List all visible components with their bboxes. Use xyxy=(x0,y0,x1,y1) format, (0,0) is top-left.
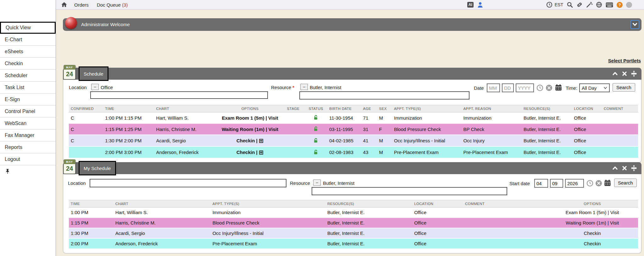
option-checkin[interactable]: Checkin xyxy=(236,150,255,155)
search-icon[interactable] xyxy=(567,2,573,8)
collapse-icon[interactable] xyxy=(612,71,618,77)
schedule-row[interactable]: C1:15 PM 1:25 PMHarris, Christine M.Wait… xyxy=(69,123,638,135)
option-exam-room-1-5m[interactable]: Exam Room 1 (5m) xyxy=(222,115,264,121)
date-month-input[interactable] xyxy=(487,83,500,92)
calendar-picker-icon[interactable] xyxy=(604,179,611,186)
time-label: Time: xyxy=(566,85,577,91)
schedule-portlet-header[interactable]: MAY 24 Schedule xyxy=(63,68,641,80)
resource-input[interactable] xyxy=(312,187,507,195)
date-day-input[interactable] xyxy=(502,83,514,92)
sidebar-item-scheduler[interactable]: Scheduler xyxy=(0,70,56,82)
my-schedule-portlet: MAY 24 My Schedule Location Resource − B… xyxy=(63,162,641,253)
resource-remove-button[interactable]: − xyxy=(313,179,321,186)
my-schedule-row[interactable]: 1:15 PMHarris, Christine M.Blood Pressur… xyxy=(69,218,638,228)
location-label: Location xyxy=(69,85,87,90)
help-icon[interactable]: ? xyxy=(617,2,623,8)
my-schedule-table-header-row: TIMECHARTAPPT. TYPE(S)RESOURCE(S)LOCATIO… xyxy=(69,200,638,208)
start-date-year-input[interactable] xyxy=(565,179,584,188)
start-date-month-input[interactable] xyxy=(534,179,548,188)
sidebar-item-reports[interactable]: Reports xyxy=(0,141,56,153)
option-checkin[interactable]: Checkin xyxy=(584,241,601,246)
time-select[interactable]: All Day xyxy=(579,83,610,92)
location-input[interactable] xyxy=(90,179,286,187)
my-schedule-row[interactable]: 1:30 PMAcardi, SergioOcc Injury/Illness … xyxy=(69,228,638,238)
sidebar-item-logout[interactable]: Logout xyxy=(0,153,56,165)
sidebar-item-e-sign[interactable]: E-Sign xyxy=(0,94,56,105)
date-year-input[interactable] xyxy=(516,83,534,92)
sidebar-item-e-chart[interactable]: E-Chart xyxy=(0,34,56,46)
sidebar-item-fax-manager[interactable]: Fax Manager xyxy=(0,129,56,141)
home-icon[interactable] xyxy=(61,2,67,8)
expand-plus-icon[interactable]: ⊞ xyxy=(259,149,264,156)
cell-stage xyxy=(282,146,304,158)
column-header-chart: CHART xyxy=(154,105,218,112)
start-date-day-input[interactable] xyxy=(550,179,563,188)
option-checkin[interactable]: Checkin xyxy=(236,138,255,143)
option-exam-room-1-5m-visit[interactable]: Exam Room 1 (5m) | Visit xyxy=(565,210,619,215)
cell-comment xyxy=(602,112,638,124)
cell-age: 71 xyxy=(361,112,377,124)
unlocked-lock-icon[interactable] xyxy=(313,115,319,120)
time-picker-clock-icon[interactable] xyxy=(536,84,543,91)
option-visit[interactable]: Visit xyxy=(268,115,278,121)
option-checkin[interactable]: Checkin xyxy=(584,230,601,236)
unlocked-lock-icon[interactable] xyxy=(313,126,319,131)
calendar-badge-icon: MAY 24 xyxy=(64,65,75,79)
sidebar: Quick ViewE-CharteSheetsCheckinScheduler… xyxy=(0,0,56,256)
sidebar-item-task-list[interactable]: Task List xyxy=(0,82,56,94)
pin-icon[interactable] xyxy=(5,168,10,174)
move-icon[interactable] xyxy=(631,165,637,171)
calendar-picker-icon[interactable] xyxy=(555,84,562,91)
time-picker-clock-icon[interactable] xyxy=(586,180,593,187)
option-visit[interactable]: Visit xyxy=(269,127,278,132)
nav-orders[interactable]: Orders xyxy=(74,2,89,8)
clear-date-icon[interactable] xyxy=(595,180,602,187)
sidebar-item-control-panel[interactable]: Control Panel xyxy=(0,105,56,117)
unlocked-lock-icon[interactable] xyxy=(313,149,319,155)
cell-appt-types: Immunization xyxy=(211,208,325,218)
expand-plus-icon[interactable]: ⊞ xyxy=(259,137,264,144)
unlocked-lock-icon[interactable] xyxy=(313,138,319,143)
close-icon[interactable] xyxy=(621,165,628,171)
required-asterisk: * xyxy=(292,85,294,90)
sidebar-item-quick-view[interactable]: Quick View xyxy=(0,22,56,34)
link-icon[interactable] xyxy=(576,2,583,8)
close-icon[interactable] xyxy=(621,71,628,77)
cell-appt-types: Pre-Placement Exam xyxy=(392,146,462,158)
cell-location: Office xyxy=(572,135,602,146)
option-waiting-room-1m[interactable]: Waiting Room (1m) xyxy=(222,127,264,132)
resource-input[interactable] xyxy=(299,91,469,100)
cell-appt-types: Immunization xyxy=(392,112,462,124)
schedule-row[interactable]: C1:30 PM 2:00 PMAcardi, SergioCheckin | … xyxy=(69,135,638,146)
resource-remove-button[interactable]: − xyxy=(300,84,308,90)
sidebar-item-checkin[interactable]: Checkin xyxy=(0,58,56,70)
cell-birth-date: 11-30-1954 xyxy=(327,112,361,124)
welcome-collapse-button[interactable] xyxy=(630,20,639,29)
my-schedule-row[interactable]: 2:00 PMAnderson, FrederickPre-Placement … xyxy=(69,238,638,249)
my-schedule-row[interactable]: 1:00 PMHart, William S.ImmunizationButle… xyxy=(69,208,638,218)
schedule-row[interactable]: 2:00 PM 3:00 PMAnderson, FrederickChecki… xyxy=(69,146,638,158)
schedule-row[interactable]: C1:00 PM 1:15 PMHart, William S.Exam Roo… xyxy=(69,112,638,124)
user-icon[interactable] xyxy=(477,2,483,8)
schedule-search-button[interactable]: Search xyxy=(613,83,635,92)
location-remove-button[interactable]: − xyxy=(91,84,99,90)
collapse-icon[interactable] xyxy=(612,165,618,171)
clear-date-icon[interactable] xyxy=(546,84,552,91)
globe-icon[interactable] xyxy=(596,2,602,8)
resource-selected-value: Butler, Internist xyxy=(323,180,354,186)
move-icon[interactable] xyxy=(631,71,637,77)
cell-options: Checkin xyxy=(547,228,638,238)
keyboard-icon[interactable] xyxy=(606,2,613,8)
location-input[interactable] xyxy=(90,91,268,99)
my-schedule-portlet-header[interactable]: MAY 24 My Schedule xyxy=(63,162,641,174)
clock-icon[interactable] xyxy=(546,2,552,8)
sidebar-item-esheets[interactable]: eSheets xyxy=(0,46,56,58)
sidebar-item-webscan[interactable]: WebScan xyxy=(0,117,56,129)
my-schedule-search-button[interactable]: Search xyxy=(614,179,637,187)
schedule-table: CONFIRMEDTIMECHARTOPTIONSSTAGESTATUSBIRT… xyxy=(69,105,638,158)
option-waiting-room-1m-visit[interactable]: Waiting Room (1m) | Visit xyxy=(566,220,619,225)
nav-doc-queue[interactable]: Doc Queue (3) xyxy=(97,2,128,8)
select-portlets-link[interactable]: Select Portlets xyxy=(608,58,641,63)
wand-icon[interactable] xyxy=(586,2,592,8)
ai-badge[interactable]: AI xyxy=(467,2,474,8)
